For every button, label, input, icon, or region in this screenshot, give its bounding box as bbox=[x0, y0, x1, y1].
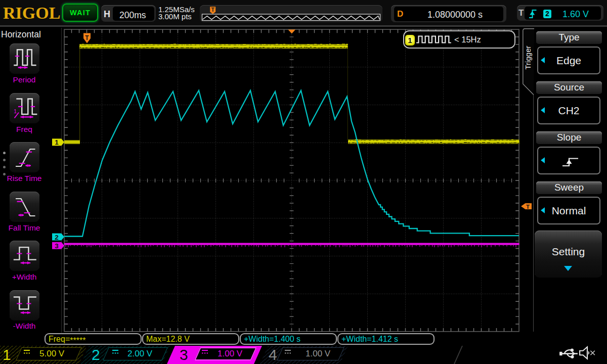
svg-text:3: 3 bbox=[55, 242, 59, 250]
svg-text:T: T bbox=[85, 34, 89, 41]
svg-text:2: 2 bbox=[55, 234, 59, 241]
svg-text:1: 1 bbox=[55, 139, 59, 146]
svg-text:T: T bbox=[526, 204, 530, 210]
